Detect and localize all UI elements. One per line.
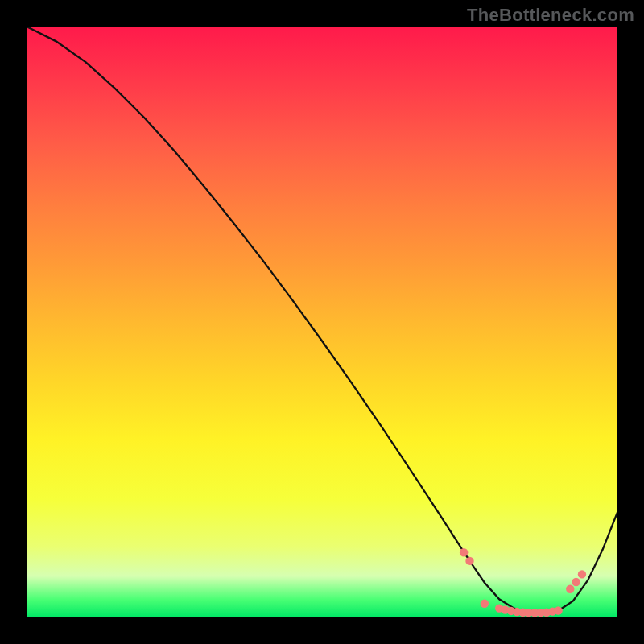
watermark-text: TheBottleneck.com <box>467 5 634 26</box>
plot-area <box>27 27 617 617</box>
gradient-background <box>27 27 617 617</box>
chart-frame: TheBottleneck.com <box>0 0 644 644</box>
